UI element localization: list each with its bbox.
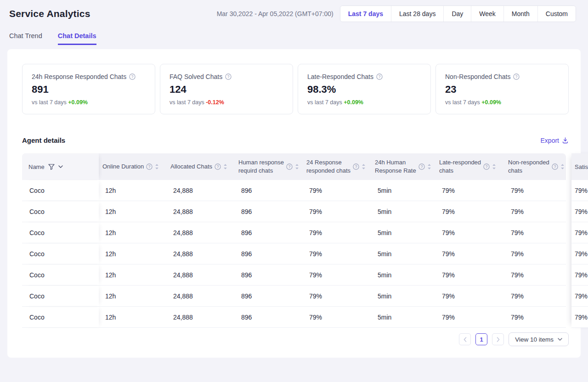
range-button-last-28-days[interactable]: Last 28 days	[391, 6, 443, 22]
cell-value: 896	[235, 286, 303, 306]
table-row: Coco12h24,88889679%5min79%79%	[22, 222, 566, 243]
page-size-label: View 10 items	[515, 336, 554, 343]
pinned-satisfaction-column: Satisfaction79%79%79%79%79%79%79%	[571, 153, 588, 328]
cell-value: 12h	[99, 222, 167, 243]
cell-value: 79%	[303, 264, 371, 285]
cell-value: 12h	[99, 243, 167, 264]
cell-value: 79%	[303, 307, 371, 327]
column-label: 24h HumanResponse Rate	[375, 158, 416, 175]
cell-value: 896	[235, 264, 303, 285]
filter-icon[interactable]	[48, 164, 55, 170]
compare-label: vs last 7 days	[32, 99, 68, 106]
stat-card-value: 23	[445, 84, 559, 96]
help-icon[interactable]: ?	[353, 163, 359, 170]
range-button-week[interactable]: Week	[471, 6, 503, 22]
next-page-button[interactable]	[492, 333, 504, 345]
stat-card-title-text: Non-Responded Chats	[445, 73, 510, 80]
stat-card-compare: vs last 7 days -0.12%	[170, 99, 283, 106]
range-button-custom[interactable]: Custom	[537, 6, 576, 22]
column-header-satisfaction[interactable]: Satisfaction	[571, 153, 588, 180]
table-body: Coco12h24,88889679%5min79%79%Coco12h24,8…	[22, 180, 566, 328]
column-header-human-response-requird-chats[interactable]: Human responserequird chats?	[235, 153, 303, 180]
cell-value: 5min	[371, 286, 435, 306]
help-icon[interactable]: ?	[418, 163, 425, 170]
svg-text:?: ?	[131, 74, 134, 79]
stat-card-late-responded-chats: Late-Responded Chats?98.3%vs last 7 days…	[298, 64, 431, 114]
sort-icon	[362, 163, 366, 170]
compare-label: vs last 7 days	[170, 99, 206, 106]
column-header-24-response-responded-chats[interactable]: 24 Responseresponded chats?	[303, 153, 371, 180]
svg-text:?: ?	[379, 74, 381, 79]
cell-value: 79%	[435, 264, 504, 285]
help-icon[interactable]: ?	[129, 73, 136, 80]
cell-value: 12h	[99, 180, 167, 201]
cell-value: 5min	[371, 180, 435, 201]
cell-satisfaction: 79%	[571, 264, 588, 286]
cell-value: 896	[235, 201, 303, 222]
help-icon[interactable]: ?	[513, 73, 520, 80]
tab-chat-trend[interactable]: Chat Trend	[9, 32, 42, 45]
help-icon[interactable]: ?	[286, 163, 293, 170]
column-header-non-responded-chats[interactable]: Non-respondedchats?	[504, 153, 566, 180]
help-icon[interactable]: ?	[225, 73, 232, 80]
stat-card-value: 124	[170, 84, 283, 96]
cell-satisfaction: 79%	[571, 201, 588, 222]
cell-value: 79%	[435, 286, 504, 306]
range-button-last-7-days[interactable]: Last 7 days	[340, 6, 391, 22]
help-icon[interactable]: ?	[376, 73, 383, 80]
help-icon[interactable]: ?	[146, 163, 153, 170]
svg-text:?: ?	[554, 164, 556, 169]
help-icon[interactable]: ?	[552, 163, 558, 170]
cell-satisfaction: 79%	[571, 243, 588, 264]
date-range-button-group: Last 7 daysLast 28 daysDayWeekMonthCusto…	[340, 6, 576, 22]
range-button-month[interactable]: Month	[503, 6, 537, 22]
page-title: Service Analytics	[9, 8, 90, 19]
stat-card-value: 98.3%	[307, 84, 421, 96]
column-header-name[interactable]: Name	[22, 153, 99, 180]
cell-value: 79%	[435, 307, 504, 327]
svg-text:?: ?	[355, 164, 357, 169]
help-icon[interactable]: ?	[215, 163, 221, 170]
table-row: Coco12h24,88889679%5min79%79%	[22, 307, 566, 328]
column-header-24h-human-response-rate[interactable]: 24h HumanResponse Rate?	[371, 153, 435, 180]
export-button[interactable]: Export	[541, 137, 569, 144]
range-button-day[interactable]: Day	[443, 6, 471, 22]
stat-card-title: FAQ Solved Chats?	[170, 73, 283, 80]
cell-value: 5min	[371, 307, 435, 327]
chevron-right-icon	[497, 337, 500, 342]
column-header-online-duration[interactable]: Online Duration?	[99, 153, 167, 180]
svg-text:?: ?	[515, 74, 518, 79]
stat-card-title-text: 24h Response Responded Chats	[32, 73, 126, 80]
table-row: Coco12h24,88889679%5min79%79%	[22, 201, 566, 222]
cell-value: 5min	[371, 201, 435, 222]
cell-value: 79%	[303, 222, 371, 243]
column-label: Online Duration	[102, 163, 144, 171]
tabs: Chat TrendChat Details	[9, 32, 588, 45]
cell-agent-name: Coco	[22, 307, 99, 327]
cell-value: 24,888	[167, 307, 235, 327]
cell-value: 896	[235, 180, 303, 201]
prev-page-button[interactable]	[459, 333, 471, 345]
stat-card-value: 891	[32, 84, 146, 96]
cell-value: 24,888	[167, 180, 235, 201]
column-header-late-responded-chats[interactable]: Late-respondedchats?	[435, 153, 504, 180]
cell-value: 12h	[99, 201, 167, 222]
delta-value: +0.09%	[481, 99, 501, 106]
page-size-select[interactable]: View 10 items	[509, 332, 569, 346]
cell-agent-name: Coco	[22, 201, 99, 222]
column-header-allocated-chats[interactable]: Allocated Chats?	[167, 153, 235, 180]
page-number-button[interactable]: 1	[475, 333, 487, 345]
delta-value: +0.09%	[68, 99, 88, 106]
cell-value: 79%	[435, 201, 504, 222]
chevron-down-icon	[58, 165, 63, 168]
cell-value: 79%	[435, 243, 504, 264]
svg-text:?: ?	[420, 164, 423, 169]
delta-value: +0.09%	[344, 99, 363, 106]
tab-chat-details[interactable]: Chat Details	[58, 32, 96, 45]
sort-icon	[223, 163, 227, 170]
cell-value: 79%	[504, 180, 566, 201]
column-label: Human responserequird chats	[238, 158, 284, 175]
table-row: Coco12h24,88889679%5min79%79%	[22, 286, 566, 307]
help-icon[interactable]: ?	[483, 163, 490, 170]
table-row: Coco12h24,88889679%5min79%79%	[22, 264, 566, 286]
